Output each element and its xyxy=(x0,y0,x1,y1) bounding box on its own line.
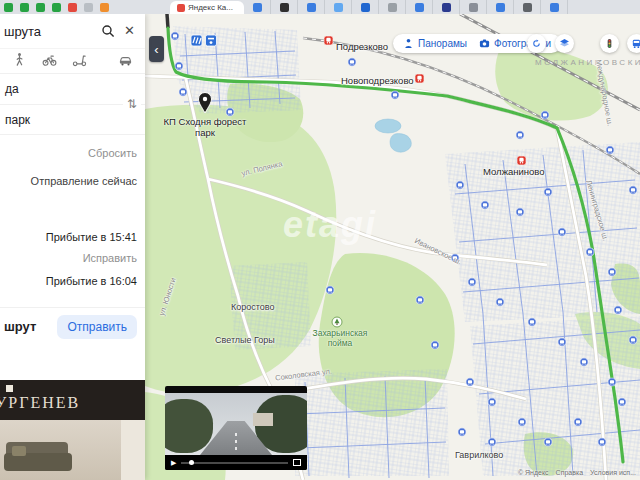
transit-stop-icon[interactable] xyxy=(544,188,552,196)
fix-route-link[interactable]: Исправить xyxy=(0,252,145,264)
transit-stop-icon[interactable] xyxy=(431,341,439,349)
browser-tab[interactable] xyxy=(433,0,460,14)
transit-stop-icon[interactable] xyxy=(544,438,552,446)
pinned-tab[interactable] xyxy=(96,0,112,14)
mode-car-tab[interactable] xyxy=(118,52,133,71)
video-frame[interactable] xyxy=(165,393,307,455)
railway-station-icon[interactable] xyxy=(517,156,526,165)
browser-tab[interactable] xyxy=(244,0,271,14)
panoramas-button[interactable]: Панорамы xyxy=(403,38,467,49)
transit-stop-icon[interactable] xyxy=(171,32,179,40)
pinned-tab[interactable] xyxy=(48,0,64,14)
pinned-tab[interactable] xyxy=(16,0,32,14)
transit-stop-icon[interactable] xyxy=(629,336,637,344)
pinned-tab[interactable] xyxy=(64,0,80,14)
transit-stop-icon[interactable] xyxy=(586,248,594,256)
help-link[interactable]: Справка xyxy=(556,469,583,476)
transit-stop-icon[interactable] xyxy=(226,108,234,116)
transit-stop-icon[interactable] xyxy=(598,438,606,446)
pinned-tab[interactable] xyxy=(32,0,48,14)
transit-stop-icon[interactable] xyxy=(516,208,524,216)
refresh-map-button[interactable] xyxy=(527,34,546,53)
browser-tab[interactable] xyxy=(487,0,514,14)
send-route-button[interactable]: Отправить xyxy=(57,315,137,339)
map-label-zakharinskaya[interactable]: Захарьинская пойма xyxy=(302,328,378,348)
transit-stop-icon[interactable] xyxy=(458,428,466,436)
transit-stop-icon[interactable] xyxy=(629,186,637,194)
tab-favicon-icon xyxy=(361,3,370,12)
swap-waypoints-button[interactable]: ⇅ xyxy=(123,95,141,113)
traffic-button[interactable] xyxy=(600,34,619,53)
browser-tab[interactable] xyxy=(271,0,298,14)
departure-time-selector[interactable]: Отправление сейчас xyxy=(0,175,145,187)
transit-stop-icon[interactable] xyxy=(614,306,622,314)
close-button[interactable]: ✕ xyxy=(124,24,135,38)
transit-stop-icon[interactable] xyxy=(618,398,626,406)
transit-stop-icon[interactable] xyxy=(574,418,582,426)
reset-link[interactable]: Сбросить xyxy=(0,147,145,159)
transit-stop-icon[interactable] xyxy=(516,131,524,139)
mode-scooter-tab[interactable] xyxy=(72,52,87,71)
mode-walk-tab[interactable] xyxy=(12,52,27,71)
map-label-podrezkovo[interactable]: Подрезково xyxy=(336,41,388,52)
transit-stop-icon[interactable] xyxy=(541,111,549,119)
transit-stop-icon[interactable] xyxy=(348,58,356,66)
transit-stop-icon[interactable] xyxy=(326,286,334,294)
route-option-b-arrival[interactable]: Прибытие в 16:04 xyxy=(0,275,145,287)
transit-stop-icon[interactable] xyxy=(416,296,424,304)
transit-stop-icon[interactable] xyxy=(608,268,616,276)
browser-tab[interactable] xyxy=(460,0,487,14)
fullscreen-button[interactable] xyxy=(293,459,301,466)
map-label-molzhaninovo[interactable]: Молжаниново xyxy=(483,166,545,177)
map-label-korostovo[interactable]: Коростово xyxy=(231,302,274,312)
mode-bike-tab[interactable] xyxy=(42,52,57,71)
video-progress-knob[interactable] xyxy=(189,460,194,465)
play-button[interactable]: ▶ xyxy=(171,455,176,470)
transit-stop-icon[interactable] xyxy=(488,438,496,446)
crosswalk-icon[interactable] xyxy=(191,35,202,46)
nature-poi-icon[interactable] xyxy=(332,317,342,327)
browser-tab[interactable] xyxy=(514,0,541,14)
transit-stop-icon[interactable] xyxy=(456,181,464,189)
transit-stop-icon[interactable] xyxy=(608,378,616,386)
map-label-novopodrezkovo[interactable]: Новоподрезково xyxy=(341,75,414,86)
pinned-tab[interactable] xyxy=(80,0,96,14)
transit-stop-icon[interactable] xyxy=(528,318,536,326)
collapse-panel-button[interactable]: ‹ xyxy=(149,36,164,62)
transit-stop-icon[interactable] xyxy=(580,358,588,366)
transit-stop-icon[interactable] xyxy=(466,378,474,386)
browser-tab[interactable] xyxy=(406,0,433,14)
route-option-a-arrival[interactable]: Прибытие в 15:41 xyxy=(0,231,145,243)
active-tab-yandex-maps[interactable]: Яндекс Ка... xyxy=(170,1,244,14)
ad-banner[interactable]: УРГЕНЕВ xyxy=(0,380,145,480)
browser-tab[interactable] xyxy=(352,0,379,14)
transit-layer-button[interactable] xyxy=(627,34,640,53)
map-label-kp-skhodnya[interactable]: КП Сходня форест парк xyxy=(150,116,260,138)
map-label-gavrilkovo[interactable]: Гаврилково xyxy=(455,450,503,460)
transit-stop-icon[interactable] xyxy=(606,146,614,154)
map-label-svetlye-gory[interactable]: Светлые Горы xyxy=(215,335,275,345)
transit-stop-icon[interactable] xyxy=(175,62,183,70)
transit-stop-icon[interactable] xyxy=(468,278,476,286)
railway-station-icon[interactable] xyxy=(415,74,424,83)
browser-tab[interactable] xyxy=(541,0,568,14)
bus-stop-sign-icon[interactable] xyxy=(206,35,217,46)
railway-station-icon[interactable] xyxy=(324,36,333,45)
browser-tab[interactable] xyxy=(298,0,325,14)
search-button[interactable] xyxy=(101,24,115,38)
terms-link[interactable]: Условия исп... xyxy=(590,469,636,476)
browser-tab[interactable] xyxy=(325,0,352,14)
transit-stop-icon[interactable] xyxy=(481,201,489,209)
transit-stop-icon[interactable] xyxy=(391,91,399,99)
browser-tab[interactable] xyxy=(379,0,406,14)
transit-stop-icon[interactable] xyxy=(496,298,504,306)
transit-stop-icon[interactable] xyxy=(179,88,187,96)
transit-stop-icon[interactable] xyxy=(558,338,566,346)
transit-stop-icon[interactable] xyxy=(488,398,496,406)
pinned-tab[interactable] xyxy=(0,0,16,14)
transit-stop-icon[interactable] xyxy=(518,418,526,426)
video-player[interactable]: ▶ xyxy=(165,386,307,470)
video-progress-bar[interactable] xyxy=(181,462,288,464)
transit-stop-icon[interactable] xyxy=(558,228,566,236)
layers-button[interactable] xyxy=(555,34,574,53)
